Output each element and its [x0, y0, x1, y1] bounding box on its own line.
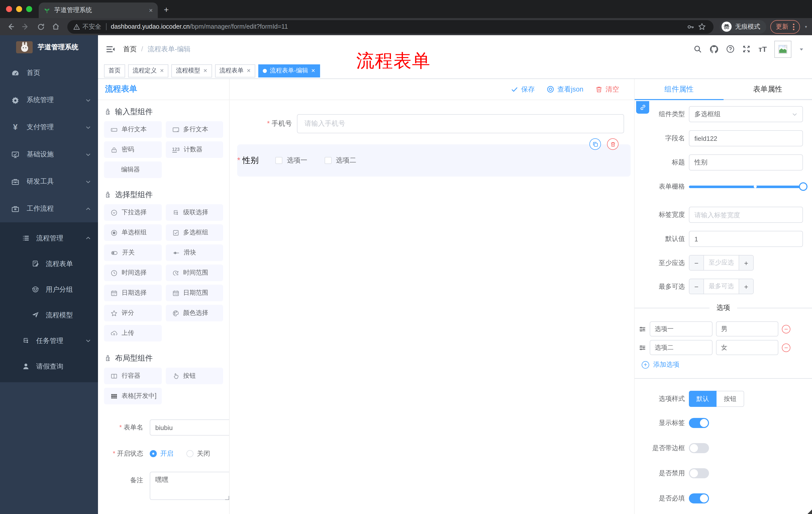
sidebar-item-devtools[interactable]: 研发工具	[0, 168, 98, 195]
min-select-stepper[interactable]: − 至少应选 +	[689, 255, 754, 271]
tab-component-props[interactable]: 组件属性	[635, 79, 723, 99]
close-window-button[interactable]	[6, 6, 12, 12]
component-chip-color-picker[interactable]: 颜色选择	[166, 305, 223, 321]
link-handle-icon[interactable]	[636, 101, 649, 114]
component-chip-select[interactable]: 下拉选择	[104, 204, 162, 221]
field-name-input[interactable]	[689, 130, 803, 146]
tag-close-icon[interactable]: ✕	[311, 68, 315, 74]
component-chip-time-picker[interactable]: 时间选择	[104, 265, 162, 281]
slider-handle[interactable]	[799, 182, 808, 191]
component-chip-single-text[interactable]: 单行文本	[104, 121, 162, 138]
style-default-button[interactable]: 默认	[689, 391, 717, 407]
tag-process-form-edit[interactable]: 流程表单-编辑✕	[258, 64, 320, 77]
tag-close-icon[interactable]: ✕	[203, 68, 207, 74]
font-size-icon[interactable]: ᴛT	[758, 45, 767, 53]
copy-field-button[interactable]	[589, 138, 601, 150]
field-gender-selected[interactable]: 性别 选项一 选项二	[237, 144, 631, 177]
option-value-input[interactable]	[716, 340, 778, 355]
title-input[interactable]	[689, 154, 803, 170]
component-chip-switch[interactable]: 开关	[104, 244, 162, 261]
component-chip-upload[interactable]: 上传	[104, 325, 162, 342]
component-chip-time-range[interactable]: 时间范围	[166, 265, 223, 281]
max-select-stepper[interactable]: − 最多可选 +	[689, 279, 754, 294]
address-bar[interactable]: 不安全 dashboard.yudao.iocoder.cn/bpm/manag…	[67, 20, 714, 33]
required-switch[interactable]	[689, 493, 709, 504]
component-chip-password[interactable]: 密码	[104, 141, 162, 158]
sidebar-item-system[interactable]: 系统管理	[0, 86, 98, 114]
sidebar-item-process-form[interactable]: 流程表单	[0, 251, 98, 277]
reload-icon[interactable]	[35, 21, 46, 32]
style-button-button[interactable]: 按钮	[717, 391, 744, 407]
status-radio-off[interactable]: 关闭	[186, 449, 210, 458]
tag-home[interactable]: 首页	[104, 64, 125, 77]
collapse-sidebar-icon[interactable]	[106, 45, 115, 53]
tag-process-form[interactable]: 流程表单✕	[215, 64, 256, 77]
drag-handle-icon[interactable]	[639, 325, 646, 333]
avatar-caret-icon[interactable]	[799, 47, 804, 52]
component-chip-date-picker[interactable]: 日期选择	[104, 285, 162, 301]
help-icon[interactable]	[726, 45, 735, 53]
save-button[interactable]: 保存	[511, 85, 534, 94]
maximize-window-button[interactable]	[26, 6, 32, 12]
form-grid-slider[interactable]	[689, 179, 803, 195]
status-radio-on[interactable]: 开启	[150, 449, 173, 458]
show-label-switch[interactable]	[689, 418, 709, 428]
checkbox-icon[interactable]	[324, 157, 331, 164]
disabled-switch[interactable]	[689, 468, 709, 478]
new-tab-button[interactable]: +	[164, 4, 169, 16]
component-chip-date-range[interactable]: 日期范围	[166, 285, 223, 301]
fullscreen-icon[interactable]	[743, 45, 751, 53]
remove-option-button[interactable]: −	[782, 343, 790, 352]
checkbox-icon[interactable]	[276, 157, 282, 164]
sidebar-item-payment[interactable]: ¥ 支付管理	[0, 114, 98, 141]
view-json-button[interactable]: 查看json	[547, 85, 583, 94]
sidebar-item-process-mgmt[interactable]: 流程管理	[0, 225, 98, 251]
option-value-input[interactable]	[716, 321, 778, 336]
option-label-input[interactable]	[650, 321, 713, 336]
component-chip-rate[interactable]: 评分	[104, 305, 162, 321]
sidebar-item-process-model[interactable]: 流程模型	[0, 302, 98, 328]
gender-option-2[interactable]: 选项二	[324, 156, 356, 165]
tag-close-icon[interactable]: ✕	[247, 68, 251, 74]
search-icon[interactable]	[694, 45, 702, 53]
not-secure-warning-icon[interactable]: 不安全	[74, 22, 101, 31]
delete-field-button[interactable]	[607, 138, 618, 150]
border-switch[interactable]	[689, 443, 709, 453]
sidebar-item-infra[interactable]: 基础设施	[0, 141, 98, 168]
form-name-input[interactable]	[150, 420, 229, 436]
component-chip-row-container[interactable]: 行容器	[104, 368, 162, 384]
tag-process-definition[interactable]: 流程定义✕	[128, 64, 169, 77]
tab-form-props[interactable]: 表单属性	[723, 79, 812, 99]
home-icon[interactable]	[50, 21, 61, 32]
stepper-minus-button[interactable]: −	[689, 255, 704, 270]
tag-process-model[interactable]: 流程模型✕	[172, 64, 212, 77]
sidebar-item-user-group[interactable]: 用户分组	[0, 277, 98, 302]
component-chip-slider[interactable]: 滑块	[166, 244, 223, 261]
chrome-menu-icon[interactable]	[793, 23, 794, 30]
tag-close-icon[interactable]: ✕	[160, 68, 164, 74]
component-chip-multi-text[interactable]: 多行文本	[166, 121, 223, 138]
default-value-input[interactable]	[689, 231, 803, 247]
remove-option-button[interactable]: −	[782, 325, 790, 333]
field-phone[interactable]: 手机号 请输入手机号	[235, 114, 624, 133]
sidebar-item-leave-query[interactable]: 请假查询	[0, 354, 98, 379]
update-chrome-button[interactable]: 更新	[770, 20, 800, 33]
gender-option-1[interactable]: 选项一	[276, 156, 307, 165]
github-icon[interactable]	[710, 45, 719, 54]
component-chip-cascader[interactable]: 级联选择	[166, 204, 223, 221]
component-chip-counter[interactable]: 123计数器	[166, 141, 223, 158]
phone-input[interactable]: 请输入手机号	[297, 114, 624, 133]
stepper-plus-button[interactable]: +	[738, 255, 753, 270]
component-chip-table[interactable]: 表格[开发中]	[104, 388, 162, 404]
back-icon[interactable]	[5, 21, 16, 32]
breadcrumb-home[interactable]: 首页	[123, 45, 137, 54]
component-type-select[interactable]: 多选框组	[689, 106, 803, 122]
toolbar-caret-icon[interactable]: ▾	[805, 24, 807, 29]
component-chip-editor[interactable]: 编辑器	[104, 161, 162, 178]
sidebar-item-task-mgmt[interactable]: 任务管理	[0, 328, 98, 354]
drag-handle-icon[interactable]	[639, 344, 646, 351]
password-key-icon[interactable]	[685, 21, 696, 32]
component-chip-checkbox-group[interactable]: 多选框组	[166, 224, 223, 241]
add-option-button[interactable]: +添加选项	[642, 360, 812, 369]
sidebar-item-home[interactable]: 首页	[0, 59, 98, 86]
